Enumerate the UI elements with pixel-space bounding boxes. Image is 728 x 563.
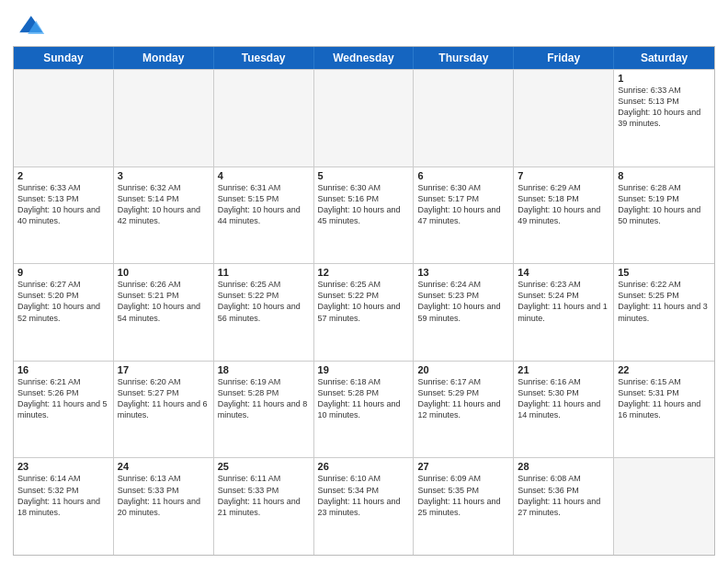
- cal-cell: [314, 70, 415, 167]
- cal-header-saturday: Saturday: [614, 47, 714, 69]
- cal-cell: 12Sunrise: 6:25 AM Sunset: 5:22 PM Dayli…: [314, 264, 415, 361]
- day-number: 25: [218, 461, 310, 472]
- day-info: Sunrise: 6:28 AM Sunset: 5:19 PM Dayligh…: [618, 182, 711, 227]
- cal-cell: 5Sunrise: 6:30 AM Sunset: 5:16 PM Daylig…: [314, 167, 415, 264]
- day-info: Sunrise: 6:31 AM Sunset: 5:15 PM Dayligh…: [218, 182, 310, 227]
- day-info: Sunrise: 6:23 AM Sunset: 5:24 PM Dayligh…: [518, 279, 609, 324]
- day-info: Sunrise: 6:25 AM Sunset: 5:22 PM Dayligh…: [218, 279, 310, 324]
- day-info: Sunrise: 6:17 AM Sunset: 5:29 PM Dayligh…: [417, 376, 509, 421]
- cal-cell: 3Sunrise: 6:32 AM Sunset: 5:14 PM Daylig…: [114, 167, 214, 264]
- cal-cell: 7Sunrise: 6:29 AM Sunset: 5:18 PM Daylig…: [514, 167, 614, 264]
- cal-cell: 11Sunrise: 6:25 AM Sunset: 5:22 PM Dayli…: [214, 264, 314, 361]
- cal-header-tuesday: Tuesday: [214, 47, 314, 69]
- cal-cell: 15Sunrise: 6:22 AM Sunset: 5:25 PM Dayli…: [614, 264, 714, 361]
- cal-cell: 27Sunrise: 6:09 AM Sunset: 5:35 PM Dayli…: [414, 458, 514, 555]
- cal-cell: 24Sunrise: 6:13 AM Sunset: 5:33 PM Dayli…: [114, 458, 214, 555]
- logo-icon: [13, 9, 46, 42]
- cal-header-friday: Friday: [514, 47, 614, 69]
- day-info: Sunrise: 6:30 AM Sunset: 5:16 PM Dayligh…: [318, 182, 410, 227]
- day-info: Sunrise: 6:22 AM Sunset: 5:25 PM Dayligh…: [618, 279, 711, 324]
- day-info: Sunrise: 6:13 AM Sunset: 5:33 PM Dayligh…: [118, 473, 210, 518]
- day-info: Sunrise: 6:30 AM Sunset: 5:17 PM Dayligh…: [417, 182, 509, 227]
- day-info: Sunrise: 6:24 AM Sunset: 5:23 PM Dayligh…: [417, 279, 509, 324]
- day-info: Sunrise: 6:25 AM Sunset: 5:22 PM Dayligh…: [318, 279, 410, 324]
- logo: [13, 9, 50, 42]
- cal-cell: 19Sunrise: 6:18 AM Sunset: 5:28 PM Dayli…: [314, 362, 415, 458]
- day-number: 20: [417, 364, 509, 375]
- cal-week-2: 9Sunrise: 6:27 AM Sunset: 5:20 PM Daylig…: [14, 263, 714, 361]
- day-number: 26: [318, 461, 410, 472]
- cal-cell: [214, 70, 314, 167]
- day-number: 8: [618, 170, 711, 181]
- calendar-header-row: SundayMondayTuesdayWednesdayThursdayFrid…: [14, 47, 714, 69]
- day-info: Sunrise: 6:09 AM Sunset: 5:35 PM Dayligh…: [417, 473, 509, 518]
- cal-cell: 20Sunrise: 6:17 AM Sunset: 5:29 PM Dayli…: [414, 362, 514, 458]
- cal-week-3: 16Sunrise: 6:21 AM Sunset: 5:26 PM Dayli…: [14, 361, 714, 458]
- day-number: 1: [618, 73, 711, 84]
- cal-week-4: 23Sunrise: 6:14 AM Sunset: 5:32 PM Dayli…: [14, 457, 714, 555]
- cal-cell: 17Sunrise: 6:20 AM Sunset: 5:27 PM Dayli…: [114, 362, 214, 458]
- calendar-body: 1Sunrise: 6:33 AM Sunset: 5:13 PM Daylig…: [14, 69, 714, 555]
- cal-cell: 8Sunrise: 6:28 AM Sunset: 5:19 PM Daylig…: [614, 167, 714, 264]
- day-info: Sunrise: 6:21 AM Sunset: 5:26 PM Dayligh…: [17, 376, 109, 421]
- day-info: Sunrise: 6:16 AM Sunset: 5:30 PM Dayligh…: [518, 376, 609, 421]
- day-info: Sunrise: 6:27 AM Sunset: 5:20 PM Dayligh…: [17, 279, 109, 324]
- day-number: 23: [17, 461, 109, 472]
- cal-header-wednesday: Wednesday: [314, 47, 415, 69]
- cal-cell: 14Sunrise: 6:23 AM Sunset: 5:24 PM Dayli…: [514, 264, 614, 361]
- day-number: 17: [118, 364, 210, 375]
- cal-cell: 9Sunrise: 6:27 AM Sunset: 5:20 PM Daylig…: [14, 264, 114, 361]
- day-number: 14: [518, 267, 609, 278]
- day-info: Sunrise: 6:14 AM Sunset: 5:32 PM Dayligh…: [17, 473, 109, 518]
- day-info: Sunrise: 6:33 AM Sunset: 5:13 PM Dayligh…: [618, 85, 711, 130]
- day-number: 3: [118, 170, 210, 181]
- day-number: 7: [518, 170, 609, 181]
- day-number: 28: [518, 461, 609, 472]
- day-number: 5: [318, 170, 410, 181]
- cal-cell: [114, 70, 214, 167]
- cal-week-0: 1Sunrise: 6:33 AM Sunset: 5:13 PM Daylig…: [14, 69, 714, 167]
- day-number: 2: [17, 170, 109, 181]
- day-number: 18: [218, 364, 310, 375]
- cal-cell: 16Sunrise: 6:21 AM Sunset: 5:26 PM Dayli…: [14, 362, 114, 458]
- day-info: Sunrise: 6:32 AM Sunset: 5:14 PM Dayligh…: [118, 182, 210, 227]
- day-info: Sunrise: 6:11 AM Sunset: 5:33 PM Dayligh…: [218, 473, 310, 518]
- day-info: Sunrise: 6:29 AM Sunset: 5:18 PM Dayligh…: [518, 182, 609, 227]
- day-info: Sunrise: 6:20 AM Sunset: 5:27 PM Dayligh…: [118, 376, 210, 421]
- cal-cell: 13Sunrise: 6:24 AM Sunset: 5:23 PM Dayli…: [414, 264, 514, 361]
- cal-cell: 1Sunrise: 6:33 AM Sunset: 5:13 PM Daylig…: [614, 70, 714, 167]
- cal-cell: 2Sunrise: 6:33 AM Sunset: 5:13 PM Daylig…: [14, 167, 114, 264]
- day-number: 13: [417, 267, 509, 278]
- cal-cell: 6Sunrise: 6:30 AM Sunset: 5:17 PM Daylig…: [414, 167, 514, 264]
- cal-cell: [614, 458, 714, 555]
- day-number: 4: [218, 170, 310, 181]
- cal-cell: 22Sunrise: 6:15 AM Sunset: 5:31 PM Dayli…: [614, 362, 714, 458]
- day-info: Sunrise: 6:26 AM Sunset: 5:21 PM Dayligh…: [118, 279, 210, 324]
- cal-cell: [414, 70, 514, 167]
- page: SundayMondayTuesdayWednesdayThursdayFrid…: [0, 0, 728, 563]
- day-number: 10: [118, 267, 210, 278]
- cal-week-1: 2Sunrise: 6:33 AM Sunset: 5:13 PM Daylig…: [14, 167, 714, 264]
- day-number: 6: [417, 170, 509, 181]
- day-number: 21: [518, 364, 609, 375]
- day-number: 11: [218, 267, 310, 278]
- cal-header-sunday: Sunday: [14, 47, 114, 69]
- day-number: 12: [318, 267, 410, 278]
- cal-cell: [514, 70, 614, 167]
- cal-cell: 18Sunrise: 6:19 AM Sunset: 5:28 PM Dayli…: [214, 362, 314, 458]
- day-info: Sunrise: 6:19 AM Sunset: 5:28 PM Dayligh…: [218, 376, 310, 421]
- cal-cell: 25Sunrise: 6:11 AM Sunset: 5:33 PM Dayli…: [214, 458, 314, 555]
- day-info: Sunrise: 6:18 AM Sunset: 5:28 PM Dayligh…: [318, 376, 410, 421]
- cal-cell: 10Sunrise: 6:26 AM Sunset: 5:21 PM Dayli…: [114, 264, 214, 361]
- cal-cell: 4Sunrise: 6:31 AM Sunset: 5:15 PM Daylig…: [214, 167, 314, 264]
- day-info: Sunrise: 6:33 AM Sunset: 5:13 PM Dayligh…: [17, 182, 109, 227]
- cal-cell: 23Sunrise: 6:14 AM Sunset: 5:32 PM Dayli…: [14, 458, 114, 555]
- day-number: 27: [417, 461, 509, 472]
- cal-cell: [14, 70, 114, 167]
- cal-cell: 26Sunrise: 6:10 AM Sunset: 5:34 PM Dayli…: [314, 458, 415, 555]
- day-number: 24: [118, 461, 210, 472]
- day-info: Sunrise: 6:08 AM Sunset: 5:36 PM Dayligh…: [518, 473, 609, 518]
- day-number: 19: [318, 364, 410, 375]
- calendar: SundayMondayTuesdayWednesdayThursdayFrid…: [13, 46, 715, 556]
- day-number: 15: [618, 267, 711, 278]
